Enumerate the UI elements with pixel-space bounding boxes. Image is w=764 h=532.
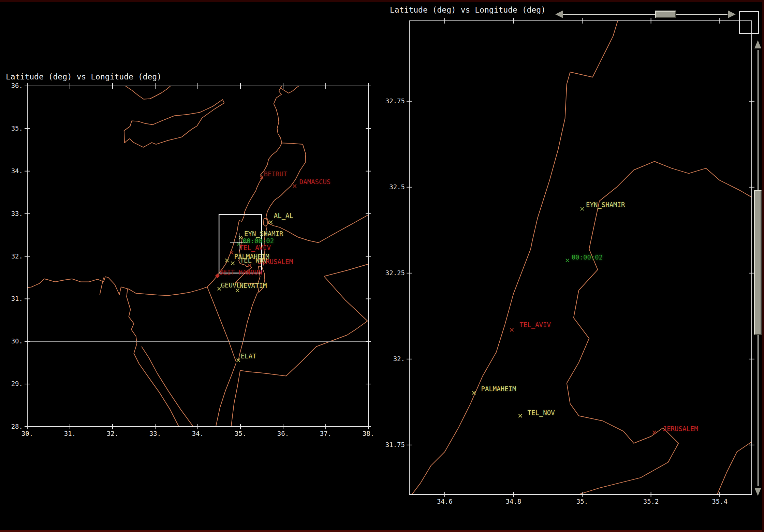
status-geodesy-readout: Lat: 31.621730 dLat: -5.746479 Az(deg): … [6, 511, 207, 532]
hscroll-track[interactable] [563, 14, 728, 15]
overview-map-plot-area[interactable] [27, 86, 368, 427]
status-lat-row: Lat: 31.621730 dLat: -5.746479 Az(deg): … [6, 530, 207, 532]
hscroll-thumb[interactable] [655, 11, 676, 18]
app-screen: Latitude (deg) vs Longitude (deg) Latitu… [0, 0, 764, 532]
status-date-row: Date: [693, 530, 751, 532]
status-aoa-readout: AoA1:-62.520 Td12:-8.882713E-03 AoA2:-46… [262, 511, 390, 532]
zoomed-map-plot-area[interactable] [409, 21, 752, 494]
hscroll-right-arrow-icon[interactable] [728, 11, 736, 18]
vscroll-down-arrow-icon[interactable] [754, 488, 761, 496]
zoom-extent-box[interactable] [739, 11, 759, 34]
vscroll-thumb[interactable] [754, 190, 762, 335]
status-aoa1-row: AoA1:-62.520 Td12:-8.882713E-03 [262, 530, 390, 532]
vscroll-up-arrow-icon[interactable] [754, 40, 761, 48]
hscroll-left-arrow-icon[interactable] [555, 11, 563, 18]
status-datetime-readout: Date: Time: 00:00:00 [693, 511, 751, 532]
